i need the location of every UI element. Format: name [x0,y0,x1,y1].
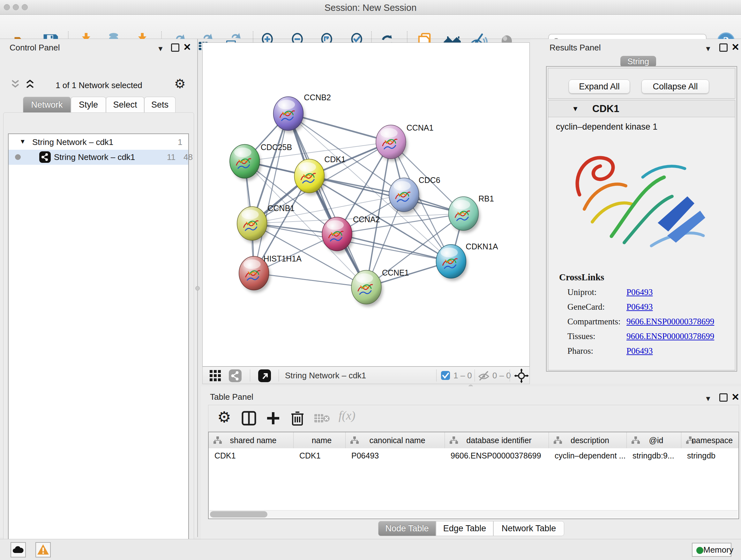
network-collection-row[interactable]: ▼ String Network – cdk1 1 [9,135,188,150]
splitter-handle-left[interactable] [195,286,200,291]
table-panel-close-icon[interactable]: ✕ [731,391,739,402]
column-header[interactable]: description [549,432,627,448]
network-node-CCNB2[interactable]: CCNB2 [273,93,331,133]
table-cell[interactable]: CDK1 [293,448,346,463]
collapse-all-button[interactable]: Collapse All [642,79,709,94]
function-builder-icon: f(x) [339,408,355,422]
table-horizontal-scrollbar[interactable] [209,510,738,518]
expand-all-button[interactable]: Expand All [569,79,630,94]
show-columns-icon[interactable] [242,411,256,426]
current-network-name: String Network – cdk1 [285,371,366,381]
network-row[interactable]: String Network – cdk1 11 48 [9,150,188,165]
network-canvas[interactable]: CCNB2CCNA1CDC25BCDK1CDC6RB1CCNB1CCNA2CDK… [202,43,530,367]
table-cell[interactable]: P06493 [346,448,445,463]
window-title: Session: New Session [0,3,741,13]
selected-checkbox-icon[interactable] [441,371,450,380]
crosslink-compartments-link[interactable]: 9606.ENSP00000378699 [626,317,714,327]
table-cell[interactable]: 9606.ENSP00000378699 [445,448,549,463]
network-list: ▼ String Network – cdk1 1 String Network… [8,133,189,560]
tab-network[interactable]: Network [23,97,71,113]
network-node-RB1[interactable]: RB1 [448,194,494,233]
crosslink-uniprot-link[interactable]: P06493 [626,287,653,297]
crosshair-icon[interactable] [514,368,529,383]
results-panel-float-icon[interactable]: ▼ [704,45,712,53]
collection-count: 1 [178,137,182,147]
tab-edge-table[interactable]: Edge Table [436,521,493,536]
hidden-eye-icon[interactable] [478,370,490,381]
warning-icon [37,544,50,555]
cloud-icon [12,545,24,554]
network-node-CDKN1A[interactable]: CDKN1A [436,242,498,281]
main-toolbar: ? [0,15,741,39]
network-node-CCNA2[interactable]: CCNA2 [322,215,380,253]
column-header[interactable]: database identifier [445,432,549,448]
column-header[interactable]: shared name [209,432,293,448]
crosslink-genecard-link[interactable]: P06493 [626,302,653,312]
table-cell[interactable]: CDK1 [209,448,293,463]
column-header[interactable]: canonical name [346,432,445,448]
table-cell[interactable]: stringdb:9... [627,448,681,463]
tab-network-table[interactable]: Network Table [493,521,564,536]
warning-status-button[interactable] [36,542,51,557]
gene-header[interactable]: ▼ CDK1 [548,100,735,117]
column-header[interactable]: namespace [681,432,738,448]
toolbar-separator [510,369,510,381]
tab-style[interactable]: Style [71,97,106,113]
tab-node-table[interactable]: Node Table [378,521,436,536]
results-panel-title: Results Panel [549,43,601,53]
network-selection-status: 1 of 1 Network selected [42,80,156,90]
tab-sets[interactable]: Sets [144,97,176,113]
column-header[interactable]: name [293,432,346,448]
expand-all-icon[interactable] [25,79,38,90]
network-label: String Network – cdk1 [54,152,135,162]
cloud-status-button[interactable] [10,542,26,557]
gene-collapse-icon[interactable]: ▼ [572,105,579,113]
control-panel-maximize-icon[interactable] [171,44,179,52]
table-cell[interactable]: cyclin–dependent ... [549,448,627,463]
node-label: CCNA2 [353,215,380,224]
toolbar-separator [436,369,436,381]
delete-trash-icon[interactable] [290,410,305,426]
results-panel-maximize-icon[interactable] [719,44,728,52]
tab-string[interactable]: String [620,56,656,67]
birdseye-icon[interactable] [258,369,272,383]
network-graph[interactable]: CCNB2CCNA1CDC25BCDK1CDC6RB1CCNB1CCNA2CDK… [203,43,529,366]
network-node-CDC6[interactable]: CDC6 [389,176,441,214]
crosslink-label: Compartments: [567,317,620,327]
table-gear-icon[interactable]: ⚙ [217,410,231,425]
table-panel-maximize-icon[interactable] [719,393,728,401]
network-node-HIST1H1A[interactable]: HIST1H1A [239,254,301,293]
node-label: CCNB2 [304,93,331,102]
collection-label: String Network – cdk1 [32,137,113,147]
network-edge[interactable] [337,234,451,261]
crosslink-label: Pharos: [567,346,593,356]
node-label: CCNE1 [382,268,409,277]
share-view-icon[interactable] [228,369,242,383]
network-node-CCNE1[interactable]: CCNE1 [351,268,409,307]
table-panel-float-icon[interactable]: ▼ [704,395,712,403]
control-panel-float-icon[interactable]: ▼ [157,45,164,53]
crosslink-pharos-link[interactable]: P06493 [626,346,653,356]
tab-select[interactable]: Select [106,97,144,113]
scrollbar-thumb[interactable] [210,511,267,517]
grid-view-icon[interactable] [209,369,222,382]
results-panel-close-icon[interactable]: ✕ [731,42,739,53]
network-edge[interactable] [254,114,288,273]
node-label: CCNB1 [268,204,295,212]
crosslink-tissues-link[interactable]: 9606.ENSP00000378699 [626,331,714,341]
share-icon [39,151,51,163]
network-edge[interactable] [254,273,366,287]
memory-button[interactable]: Memory [692,543,731,557]
control-panel-close-icon[interactable]: ✕ [183,42,191,53]
add-column-icon[interactable] [266,411,280,426]
collapse-all-icon[interactable] [10,79,23,90]
protein-structure-image [560,137,714,265]
network-node-CDK1[interactable]: CDK1 [294,155,345,195]
network-options-gear-icon[interactable]: ⚙ [174,77,186,90]
table-cell[interactable]: stringdb [681,448,738,463]
network-node-CCNB1[interactable]: CCNB1 [237,204,294,243]
hidden-count: 0 – 0 [492,371,511,381]
collection-collapse-icon[interactable]: ▼ [19,138,26,145]
network-node-CDC25B[interactable]: CDC25B [230,143,292,181]
column-header[interactable]: @id [627,432,681,448]
